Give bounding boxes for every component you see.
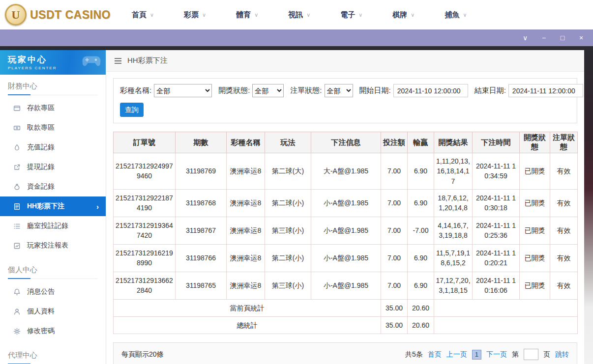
bet-status-label: 注單狀態:	[290, 86, 322, 95]
start-date-input[interactable]	[393, 84, 468, 97]
col-header-play-type: 玩法	[265, 132, 311, 153]
cell-bet-info: 小-A盤@1.985	[311, 244, 381, 272]
bet-status-select[interactable]: 全部	[325, 84, 353, 97]
sidebar-item-label: 取款專區	[27, 123, 55, 132]
logo-mark-icon: U	[5, 4, 27, 26]
window-minimize-button[interactable]: −	[540, 34, 548, 41]
bell-icon	[13, 288, 21, 296]
gamepad-icon	[81, 55, 102, 70]
window-maximize-button[interactable]: □	[559, 34, 566, 41]
nav-item-label: 捕魚	[445, 10, 459, 20]
brand-logo[interactable]: U USDT CASINO	[0, 4, 112, 26]
sidebar-item-label: 個人資料	[27, 307, 55, 316]
col-header-bet-info: 下注信息	[311, 132, 381, 153]
cell-win-loss: 6.90	[408, 189, 434, 217]
sidebar-item-funds-records[interactable]: 資金記錄	[0, 177, 106, 196]
sidebar-item-announcements[interactable]: 消息公告	[0, 282, 106, 302]
document-lines-icon	[13, 203, 21, 210]
cell-draw-status: 已開獎	[520, 272, 550, 299]
jump-label-suffix: 页	[543, 350, 550, 359]
search-button[interactable]: 查詢	[120, 103, 144, 117]
next-page-link[interactable]: 下一页	[486, 350, 507, 359]
cell-lottery-name: 澳洲幸运8	[227, 217, 265, 244]
lottery-name-select[interactable]: 全部	[154, 84, 212, 97]
table-row: 2152173129162198990 31198766 澳洲幸运8 第二球(小…	[114, 244, 578, 272]
window-collapse-button[interactable]: ∨	[521, 34, 529, 41]
nav-item-lottery[interactable]: 彩票∨	[184, 10, 206, 20]
jump-page-input[interactable]	[524, 349, 538, 360]
cell-order-id: 2152173129136622840	[114, 272, 176, 299]
nav-item-fishing[interactable]: 捕魚∨	[445, 10, 467, 20]
total-count: 共5条	[405, 350, 423, 359]
content-area: 彩種名稱: 全部 開獎狀態: 全部 注單狀態: 全部 開始日期:	[106, 72, 584, 364]
chevron-right-icon: ›	[96, 202, 99, 211]
total-summary-label: 總統計	[114, 316, 381, 334]
cell-play-type: 第二球(小)	[265, 244, 311, 272]
chevron-down-icon: ∨	[463, 12, 467, 18]
sidebar-section-personal: 個人中心	[8, 265, 98, 279]
sidebar-item-change-password[interactable]: 修改密碼	[0, 321, 106, 341]
window-titlebar: ∨ − □ ×	[0, 29, 593, 46]
cell-bet-status: 有效	[550, 244, 578, 272]
cell-bet-status: 有效	[550, 272, 578, 299]
sidebar-item-label: HH彩票下注	[27, 202, 64, 211]
cell-bet-amount: 7.00	[381, 244, 408, 272]
cell-bet-time: 2024-11-11 10:34:59	[473, 153, 520, 190]
page-summary-winloss-total: 20.60	[408, 299, 434, 316]
nav-item-egames[interactable]: 電子∨	[340, 10, 362, 20]
end-date-label: 結束日期:	[474, 86, 506, 95]
cell-period: 31198765	[176, 272, 227, 299]
first-page-link[interactable]: 首页	[428, 350, 442, 359]
cell-bet-time: 2024-11-11 10:30:18	[473, 189, 520, 217]
sidebar-item-label: 存款專區	[27, 104, 55, 112]
window-close-button[interactable]: ×	[577, 34, 585, 41]
start-date-label: 開始日期:	[359, 86, 391, 95]
sidebar-item-profile[interactable]: 個人資料	[0, 302, 106, 321]
nav-item-label: 體育	[236, 10, 251, 20]
cell-period: 31198766	[176, 244, 227, 272]
nav-item-video[interactable]: 視訊∨	[288, 10, 310, 20]
menu-icon[interactable]	[114, 57, 122, 64]
nav-item-label: 電子	[340, 10, 355, 20]
col-header-bet-time: 下注時間	[473, 132, 520, 153]
cell-draw-result: 18,7,6,12,1,20,14,8	[434, 189, 473, 217]
sidebar-item-withdraw[interactable]: 取款專區	[0, 118, 106, 138]
total-summary-row: 總統計 35.00 20.60	[114, 316, 578, 334]
col-header-draw-result: 開獎結果	[434, 132, 473, 153]
person-icon	[13, 308, 21, 315]
gear-icon	[13, 328, 21, 335]
cell-draw-result: 17,12,7,20,3,1,18,15	[434, 272, 473, 299]
cell-lottery-name: 澳洲幸运8	[227, 272, 265, 299]
jump-button[interactable]: 跳转	[555, 350, 569, 359]
report-chart-icon	[13, 242, 21, 250]
sidebar-item-recharge-records[interactable]: 充值記錄	[0, 138, 106, 157]
nav-item-sports[interactable]: 體育∨	[236, 10, 258, 20]
cell-win-loss: 6.90	[408, 244, 434, 272]
total-summary-winloss-total: 20.60	[408, 316, 434, 334]
nav-item-boardgames[interactable]: 棋牌∨	[392, 10, 415, 20]
filter-bar: 彩種名稱: 全部 開獎狀態: 全部 注單狀態: 全部 開始日期:	[113, 78, 577, 123]
sidebar-item-room-bet-records[interactable]: 廳室投註記錄	[0, 216, 106, 236]
col-header-draw-status: 開獎狀態	[520, 132, 550, 153]
droplet-icon	[13, 144, 21, 151]
draw-status-select[interactable]: 全部	[252, 84, 284, 97]
sidebar-item-hh-lottery-bets[interactable]: HH彩票下注 ›	[0, 196, 106, 216]
total-summary-empty	[434, 316, 578, 334]
cell-lottery-name: 澳洲幸运8	[227, 244, 265, 272]
total-summary-bet-total: 35.00	[381, 316, 408, 334]
nav-item-label: 彩票	[184, 10, 199, 20]
cell-draw-result: 1,11,20,13,16,18,14,17	[434, 153, 473, 190]
cell-bet-status: 有效	[550, 153, 578, 190]
app-window: U USDT CASINO 首頁∨ 彩票∨ 體育∨ 視訊∨ 電子∨ 棋牌∨ 捕魚…	[0, 0, 593, 364]
per-page-label: 每頁顯示20條	[121, 350, 164, 359]
col-header-period: 期數	[176, 132, 227, 153]
sidebar-item-withdrawal-records[interactable]: 提現記錄	[0, 157, 106, 177]
table-row: 2152173129193647420 31198767 澳洲幸运8 第三球(小…	[114, 217, 578, 244]
cell-bet-time: 2024-11-11 10:25:36	[473, 217, 520, 244]
sidebar-item-deposit[interactable]: 存款專區	[0, 98, 106, 118]
sidebar-item-player-bet-report[interactable]: 玩家投注報表	[0, 236, 106, 255]
end-date-input[interactable]	[508, 84, 583, 97]
table-row: 2152173129221874190 31198768 澳洲幸运8 第二球(小…	[114, 189, 578, 217]
nav-item-home[interactable]: 首頁∨	[132, 10, 154, 20]
prev-page-link[interactable]: 上一页	[446, 350, 467, 359]
